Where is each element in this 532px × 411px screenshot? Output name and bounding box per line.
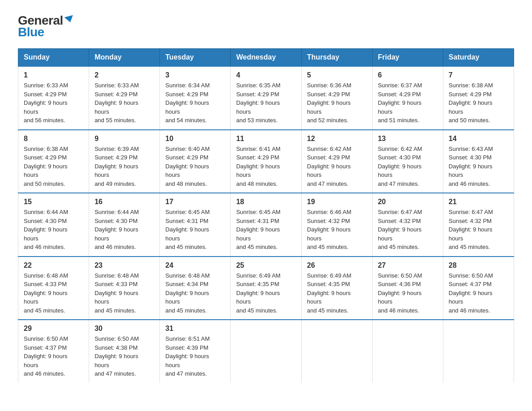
day-info: Sunrise: 6:37 AMSunset: 4:29 PMDaylight:… bbox=[378, 81, 438, 125]
day-info: Sunrise: 6:50 AMSunset: 4:36 PMDaylight:… bbox=[378, 271, 438, 315]
day-number: 7 bbox=[449, 71, 508, 79]
calendar-cell: 26Sunrise: 6:49 AMSunset: 4:35 PMDayligh… bbox=[301, 257, 372, 320]
week-row-3: 15Sunrise: 6:44 AMSunset: 4:30 PMDayligh… bbox=[18, 193, 514, 257]
day-number: 23 bbox=[94, 261, 154, 270]
day-number: 28 bbox=[449, 261, 508, 270]
calendar-cell: 8Sunrise: 6:38 AMSunset: 4:29 PMDaylight… bbox=[18, 130, 89, 193]
day-info: Sunrise: 6:39 AMSunset: 4:29 PMDaylight:… bbox=[94, 145, 154, 188]
calendar-cell: 25Sunrise: 6:49 AMSunset: 4:35 PMDayligh… bbox=[231, 257, 301, 320]
calendar-cell: 21Sunrise: 6:47 AMSunset: 4:32 PMDayligh… bbox=[443, 193, 514, 257]
day-number: 15 bbox=[24, 198, 83, 206]
day-number: 3 bbox=[165, 71, 225, 79]
day-info: Sunrise: 6:40 AMSunset: 4:29 PMDaylight:… bbox=[165, 145, 225, 188]
calendar-cell: 14Sunrise: 6:43 AMSunset: 4:30 PMDayligh… bbox=[443, 130, 514, 193]
calendar-cell: 29Sunrise: 6:50 AMSunset: 4:37 PMDayligh… bbox=[18, 320, 89, 383]
calendar-cell: 19Sunrise: 6:46 AMSunset: 4:32 PMDayligh… bbox=[301, 193, 372, 257]
calendar-cell: 9Sunrise: 6:39 AMSunset: 4:29 PMDaylight… bbox=[89, 130, 160, 193]
calendar-cell: 16Sunrise: 6:44 AMSunset: 4:30 PMDayligh… bbox=[89, 193, 160, 257]
day-number: 1 bbox=[24, 71, 83, 79]
day-info: Sunrise: 6:44 AMSunset: 4:30 PMDaylight:… bbox=[94, 208, 154, 252]
calendar-cell: 12Sunrise: 6:42 AMSunset: 4:29 PMDayligh… bbox=[301, 130, 372, 193]
day-number: 14 bbox=[449, 135, 508, 143]
weekday-thursday: Thursday bbox=[301, 49, 372, 67]
day-number: 26 bbox=[307, 261, 367, 270]
day-info: Sunrise: 6:50 AMSunset: 4:38 PMDaylight:… bbox=[94, 334, 154, 378]
weekday-tuesday: Tuesday bbox=[160, 49, 231, 67]
calendar-cell: 15Sunrise: 6:44 AMSunset: 4:30 PMDayligh… bbox=[18, 193, 89, 257]
logo-triangle-icon bbox=[64, 15, 74, 24]
calendar-cell: 31Sunrise: 6:51 AMSunset: 4:39 PMDayligh… bbox=[160, 320, 231, 383]
day-number: 10 bbox=[165, 135, 225, 143]
day-info: Sunrise: 6:42 AMSunset: 4:29 PMDaylight:… bbox=[307, 145, 367, 188]
day-info: Sunrise: 6:49 AMSunset: 4:35 PMDaylight:… bbox=[236, 271, 296, 315]
day-number: 9 bbox=[94, 135, 154, 143]
calendar-cell bbox=[372, 320, 443, 383]
day-info: Sunrise: 6:38 AMSunset: 4:29 PMDaylight:… bbox=[24, 145, 83, 188]
day-info: Sunrise: 6:47 AMSunset: 4:32 PMDaylight:… bbox=[449, 208, 508, 252]
day-info: Sunrise: 6:49 AMSunset: 4:35 PMDaylight:… bbox=[307, 271, 367, 315]
calendar-header: SundayMondayTuesdayWednesdayThursdayFrid… bbox=[18, 49, 514, 67]
day-info: Sunrise: 6:44 AMSunset: 4:30 PMDaylight:… bbox=[24, 208, 83, 252]
day-info: Sunrise: 6:50 AMSunset: 4:37 PMDaylight:… bbox=[24, 334, 83, 378]
day-info: Sunrise: 6:42 AMSunset: 4:30 PMDaylight:… bbox=[378, 145, 438, 188]
day-info: Sunrise: 6:33 AMSunset: 4:29 PMDaylight:… bbox=[94, 81, 154, 125]
weekday-monday: Monday bbox=[89, 49, 160, 67]
day-number: 20 bbox=[378, 198, 438, 206]
logo: General Blue bbox=[18, 13, 74, 39]
weekday-wednesday: Wednesday bbox=[231, 49, 301, 67]
day-number: 30 bbox=[94, 325, 154, 333]
day-info: Sunrise: 6:34 AMSunset: 4:29 PMDaylight:… bbox=[165, 81, 225, 125]
day-number: 6 bbox=[378, 71, 438, 79]
calendar-cell: 11Sunrise: 6:41 AMSunset: 4:29 PMDayligh… bbox=[231, 130, 301, 193]
day-info: Sunrise: 6:38 AMSunset: 4:29 PMDaylight:… bbox=[449, 81, 508, 125]
day-number: 27 bbox=[378, 261, 438, 270]
day-info: Sunrise: 6:50 AMSunset: 4:37 PMDaylight:… bbox=[449, 271, 508, 315]
weekday-friday: Friday bbox=[372, 49, 443, 67]
day-info: Sunrise: 6:45 AMSunset: 4:31 PMDaylight:… bbox=[236, 208, 296, 252]
calendar-cell: 17Sunrise: 6:45 AMSunset: 4:31 PMDayligh… bbox=[160, 193, 231, 257]
day-number: 22 bbox=[24, 261, 83, 270]
day-info: Sunrise: 6:46 AMSunset: 4:32 PMDaylight:… bbox=[307, 208, 367, 252]
calendar-cell: 28Sunrise: 6:50 AMSunset: 4:37 PMDayligh… bbox=[443, 257, 514, 320]
calendar-cell: 30Sunrise: 6:50 AMSunset: 4:38 PMDayligh… bbox=[89, 320, 160, 383]
calendar-cell: 7Sunrise: 6:38 AMSunset: 4:29 PMDaylight… bbox=[443, 66, 514, 130]
day-info: Sunrise: 6:47 AMSunset: 4:32 PMDaylight:… bbox=[378, 208, 438, 252]
day-number: 19 bbox=[307, 198, 367, 206]
calendar-cell: 20Sunrise: 6:47 AMSunset: 4:32 PMDayligh… bbox=[372, 193, 443, 257]
day-number: 13 bbox=[378, 135, 438, 143]
day-info: Sunrise: 6:48 AMSunset: 4:34 PMDaylight:… bbox=[165, 271, 225, 315]
day-info: Sunrise: 6:41 AMSunset: 4:29 PMDaylight:… bbox=[236, 145, 296, 188]
day-number: 4 bbox=[236, 71, 296, 79]
day-info: Sunrise: 6:48 AMSunset: 4:33 PMDaylight:… bbox=[24, 271, 83, 315]
day-info: Sunrise: 6:51 AMSunset: 4:39 PMDaylight:… bbox=[165, 334, 225, 378]
calendar-cell: 3Sunrise: 6:34 AMSunset: 4:29 PMDaylight… bbox=[160, 66, 231, 130]
calendar-cell bbox=[231, 320, 301, 383]
day-info: Sunrise: 6:45 AMSunset: 4:31 PMDaylight:… bbox=[165, 208, 225, 252]
calendar-cell: 5Sunrise: 6:36 AMSunset: 4:29 PMDaylight… bbox=[301, 66, 372, 130]
day-number: 31 bbox=[165, 325, 225, 333]
logo-blue-text: Blue bbox=[18, 25, 44, 39]
day-number: 25 bbox=[236, 261, 296, 270]
calendar-cell: 10Sunrise: 6:40 AMSunset: 4:29 PMDayligh… bbox=[160, 130, 231, 193]
day-number: 12 bbox=[307, 135, 367, 143]
day-number: 18 bbox=[236, 198, 296, 206]
calendar-body: 1Sunrise: 6:33 AMSunset: 4:29 PMDaylight… bbox=[18, 66, 514, 383]
week-row-5: 29Sunrise: 6:50 AMSunset: 4:37 PMDayligh… bbox=[18, 320, 514, 383]
calendar-cell: 13Sunrise: 6:42 AMSunset: 4:30 PMDayligh… bbox=[372, 130, 443, 193]
calendar-cell: 1Sunrise: 6:33 AMSunset: 4:29 PMDaylight… bbox=[18, 66, 89, 130]
calendar-cell: 4Sunrise: 6:35 AMSunset: 4:29 PMDaylight… bbox=[231, 66, 301, 130]
day-number: 8 bbox=[24, 135, 83, 143]
day-info: Sunrise: 6:35 AMSunset: 4:29 PMDaylight:… bbox=[236, 81, 296, 125]
day-number: 2 bbox=[94, 71, 154, 79]
weekday-row: SundayMondayTuesdayWednesdayThursdayFrid… bbox=[18, 49, 514, 67]
day-info: Sunrise: 6:43 AMSunset: 4:30 PMDaylight:… bbox=[449, 145, 508, 188]
day-info: Sunrise: 6:33 AMSunset: 4:29 PMDaylight:… bbox=[24, 81, 83, 125]
day-info: Sunrise: 6:48 AMSunset: 4:33 PMDaylight:… bbox=[94, 271, 154, 315]
calendar-cell: 2Sunrise: 6:33 AMSunset: 4:29 PMDaylight… bbox=[89, 66, 160, 130]
calendar-cell bbox=[443, 320, 514, 383]
week-row-2: 8Sunrise: 6:38 AMSunset: 4:29 PMDaylight… bbox=[18, 130, 514, 193]
day-number: 11 bbox=[236, 135, 296, 143]
calendar-cell: 24Sunrise: 6:48 AMSunset: 4:34 PMDayligh… bbox=[160, 257, 231, 320]
calendar-cell: 6Sunrise: 6:37 AMSunset: 4:29 PMDaylight… bbox=[372, 66, 443, 130]
week-row-4: 22Sunrise: 6:48 AMSunset: 4:33 PMDayligh… bbox=[18, 257, 514, 320]
